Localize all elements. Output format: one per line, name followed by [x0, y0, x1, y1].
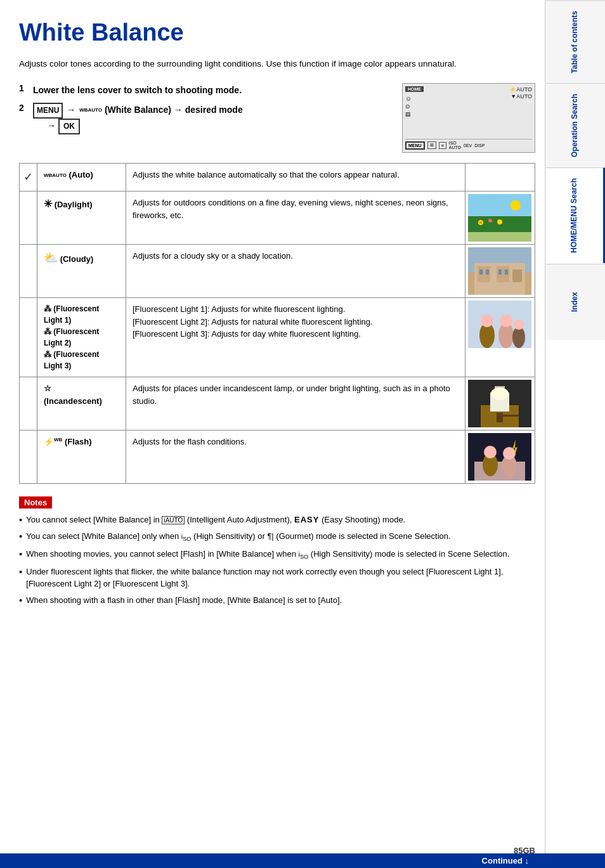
desc-cell-flash: Adjusts for the flash conditions.	[126, 431, 465, 484]
check-mark: ✓	[23, 171, 33, 183]
note-5-text: When shooting with a flash in other than…	[26, 594, 342, 607]
iso-icon: iSO	[181, 533, 192, 540]
table-row: ✳ (Daylight) Adjusts for outdoors condit…	[20, 191, 535, 245]
continued-bar: Continued ↓	[0, 853, 605, 868]
cam-list-icon: ≡	[439, 142, 446, 149]
svg-point-22	[512, 327, 525, 348]
note-2-text: You can select [White Balance] only when…	[26, 530, 450, 544]
svg-point-34	[484, 446, 497, 458]
step-1-row: 1 Lower the lens cover to switch to shoo…	[19, 83, 535, 153]
sidebar-tab-home-menu[interactable]: HOME/MENU Search	[545, 167, 605, 263]
check-cell: ✓	[20, 164, 37, 191]
cloudy-image	[468, 247, 531, 295]
img-cell-daylight	[465, 191, 535, 245]
gourmet-icon: ¶|	[267, 531, 273, 541]
menu-box: MENU	[33, 103, 63, 119]
sidebar-tab-operation-label: Operation Search	[570, 94, 580, 157]
note-item: You cannot select [White Balance] in iAU…	[19, 514, 535, 526]
cam-bottom-bar: MENU ⊞ ≡ ISOAUTO 0EV DISP	[405, 139, 532, 150]
iauto-icon: iAUTO	[162, 516, 185, 524]
cam-iso-label: ISOAUTO	[449, 141, 461, 150]
mode-cell-incandescent: ☆ (Incandescent)	[37, 377, 126, 431]
svg-rect-32	[474, 462, 525, 481]
svg-point-21	[500, 314, 512, 327]
svg-rect-14	[486, 269, 489, 275]
sidebar-tab-operation[interactable]: Operation Search	[545, 83, 605, 167]
white-balance-label: (White Balance) → desired mode	[105, 105, 243, 115]
step-1-text: Lower the lens cover to switch to shooti…	[33, 83, 242, 97]
sidebar-tab-toc[interactable]: Table of contents	[545, 0, 605, 83]
sidebar-tab-home-menu-label: HOME/MENU Search	[569, 178, 580, 253]
note-4-text: Under fluorescent lights that flicker, t…	[26, 566, 535, 590]
fluorescent-3-row: ⁂ (Fluorescent Light 3)	[44, 349, 119, 372]
fluorescent-2-row: ⁂ (Fluorescent Light 2)	[44, 326, 119, 349]
incandescent-svg	[468, 380, 531, 427]
desc-cell-daylight: Adjusts for outdoors conditions on a fin…	[126, 191, 465, 245]
auto-label: (Auto)	[68, 170, 93, 179]
table-row: ☆ (Incandescent) Adjusts for places unde…	[20, 377, 535, 431]
flash-svg	[468, 433, 531, 481]
desc-cell-fluorescent: [Fluorescent Light 1]: Adjusts for white…	[126, 298, 465, 377]
cam-flash-auto: ⚡AUTO	[509, 86, 532, 93]
fluor-icon-1: ⁂	[44, 304, 51, 313]
main-content: White Balance Adjusts color tones accord…	[19, 0, 535, 648]
check-cell	[20, 431, 37, 484]
intro-paragraph: Adjusts color tones according to the sur…	[19, 58, 535, 70]
img-cell-auto	[465, 164, 535, 191]
daylight-label: (Daylight)	[55, 200, 93, 209]
mode-cell-daylight: ✳ (Daylight)	[37, 191, 126, 245]
fluorescent-svg	[468, 301, 531, 348]
wb-auto-badge: WBAUTO	[79, 107, 102, 115]
desc-cell-cloudy: Adjusts for a cloudy sky or a shady loca…	[126, 245, 465, 298]
check-cell	[20, 298, 37, 377]
mode-cell-fluorescent: ⁂ (Fluorescent Light 1) ⁂ (Fluorescent L…	[37, 298, 126, 377]
fluorescent-image	[468, 301, 531, 348]
cloudy-label: (Cloudy)	[60, 254, 94, 264]
svg-rect-30	[503, 415, 519, 417]
img-cell-fluorescent	[465, 298, 535, 377]
note-item: You can select [White Balance] only when…	[19, 530, 535, 544]
note-item: When shooting with a flash in other than…	[19, 594, 535, 607]
arrow-1: →	[67, 105, 78, 115]
daylight-svg	[468, 194, 531, 242]
mode-cell-auto: WBAUTO (Auto)	[37, 164, 126, 191]
svg-point-7	[497, 219, 502, 224]
svg-rect-16	[505, 269, 508, 275]
table-row: ⁂ (Fluorescent Light 1) ⁂ (Fluorescent L…	[20, 298, 535, 377]
desc-cell-incandescent: Adjusts for places under incandescent la…	[126, 377, 465, 431]
table-row: ⚡WB (Flash) Adjusts for the flash condit…	[20, 431, 535, 484]
svg-point-19	[481, 314, 493, 327]
note-3-text: When shooting movies, you cannot select …	[26, 548, 509, 562]
svg-rect-29	[497, 413, 503, 422]
img-cell-flash	[465, 431, 535, 484]
svg-point-28	[491, 387, 509, 400]
check-cell	[20, 245, 37, 298]
svg-point-6	[488, 219, 492, 223]
svg-point-3	[511, 200, 521, 211]
easy-label: EASY	[294, 515, 319, 524]
note-1-text: You cannot select [White Balance] in iAU…	[26, 514, 405, 526]
incandescent-image	[468, 380, 531, 427]
cam-icon-1: ☺	[405, 95, 412, 102]
step-2-num: 2	[19, 103, 33, 113]
note-item: When shooting movies, you cannot select …	[19, 548, 535, 562]
cam-0ev-label: 0EV	[464, 143, 472, 148]
svg-rect-15	[498, 269, 502, 275]
incandescent-label: (Incandescent)	[44, 396, 102, 406]
steps-section: 1 Lower the lens cover to switch to shoo…	[19, 83, 535, 153]
svg-point-36	[503, 447, 516, 460]
page-title: White Balance	[19, 19, 535, 46]
flash-label: (Flash)	[65, 437, 92, 446]
daylight-icon: ✳	[44, 198, 52, 209]
svg-rect-12	[512, 269, 522, 282]
continued-label: Continued ↓	[482, 856, 529, 865]
sidebar-tab-index[interactable]: Index	[545, 264, 605, 340]
svg-rect-13	[479, 269, 483, 275]
sidebar-tab-toc-label: Table of contents	[570, 11, 580, 73]
table-row: ✓ WBAUTO (Auto) Adjusts the white balanc…	[20, 164, 535, 191]
svg-point-5	[479, 221, 482, 224]
wb-auto-icon: WBAUTO	[44, 172, 67, 179]
step-1-num: 1	[19, 83, 33, 93]
cam-left-icons: HOME ☺ ⊙ ▤	[405, 86, 424, 117]
check-cell	[20, 191, 37, 245]
